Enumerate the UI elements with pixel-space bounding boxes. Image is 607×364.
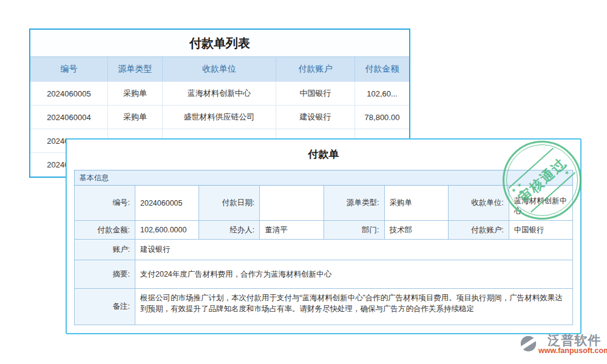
handler-label: 经办人: (199, 221, 260, 239)
column-header-source-type: 源单类型 (108, 57, 163, 81)
payment-account-field[interactable]: 中国银行 (509, 221, 572, 239)
brand-url: www.fanpusoft.com (538, 347, 607, 356)
table-row[interactable]: 2024060005 采购单 蓝海材料创新中心 中国银行 102,60... (30, 81, 409, 105)
amount-label: 付款金额: (75, 221, 135, 239)
table-header: 编号 源单类型 收款单位 付款账户 付款金额 (30, 56, 409, 81)
section-header-basic-info: 基本信息 (74, 170, 573, 186)
cell-amount: 78,800.00 (355, 105, 409, 129)
cell-payee: 盛世材料供应链公司 (163, 105, 276, 129)
account-field[interactable]: 建设银行 (135, 240, 572, 260)
amount-field[interactable]: 102,600.0000 (135, 221, 199, 239)
summary-label: 摘要: (75, 260, 135, 288)
cell-account: 建设银行 (276, 105, 355, 129)
cell-source-type: 采购单 (108, 81, 163, 105)
table-row[interactable]: 2024060004 采购单 盛世材料供应链公司 建设银行 78,800.00 (30, 105, 409, 129)
brand-watermark: 泛普软件 www.fanpusoft.com (520, 333, 607, 356)
payment-form: 编号: 2024060005 付款日期: 源单类型: 采购单 收款单位: 蓝海材… (74, 186, 573, 325)
department-field[interactable]: 技术部 (385, 221, 449, 239)
cell-number: 2024060005 (30, 81, 108, 105)
account-label: 账户: (75, 240, 135, 260)
number-field[interactable]: 2024060005 (135, 186, 199, 220)
cell-number: 2024060004 (30, 105, 108, 129)
department-label: 部门: (324, 221, 385, 239)
fanpu-logo-icon (520, 335, 537, 352)
summary-field[interactable]: 支付2024年度广告材料费用，合作方为蓝海材料创新中心 (135, 260, 572, 288)
cell-payee: 蓝海材料创新中心 (163, 81, 276, 105)
cell-amount: 102,60... (355, 81, 409, 105)
remarks-field[interactable]: 根据公司的市场推广计划，本次付款用于支付与“蓝海材料创新中心”合作的广告材料项目… (135, 289, 572, 325)
column-header-account: 付款账户 (276, 57, 355, 81)
column-header-amount: 付款金额 (355, 57, 409, 81)
payee-field[interactable]: 蓝海材料创新中心 (509, 186, 572, 220)
payment-date-label: 付款日期: (199, 186, 260, 220)
payment-account-label: 付款账户: (449, 221, 509, 239)
payment-date-field[interactable] (260, 186, 324, 220)
number-label: 编号: (75, 186, 135, 220)
handler-field[interactable]: 董清平 (260, 221, 324, 239)
source-type-field[interactable]: 采购单 (385, 186, 449, 220)
brand-name: 泛普软件 (548, 333, 601, 347)
column-header-number: 编号 (30, 57, 108, 81)
dialog-title: 付款单 (67, 147, 580, 161)
cell-source-type: 采购单 (108, 105, 163, 129)
column-header-payee: 收款单位 (163, 57, 276, 81)
remarks-label: 备注: (75, 289, 135, 325)
source-type-label: 源单类型: (324, 186, 385, 220)
list-title: 付款单列表 (30, 30, 409, 56)
cell-account: 中国银行 (276, 81, 355, 105)
payee-label: 收款单位: (449, 186, 509, 220)
payment-detail-dialog: 付款单 基本信息 编号: 2024060005 付款日期: 源单类型: 采购单 … (66, 138, 582, 334)
